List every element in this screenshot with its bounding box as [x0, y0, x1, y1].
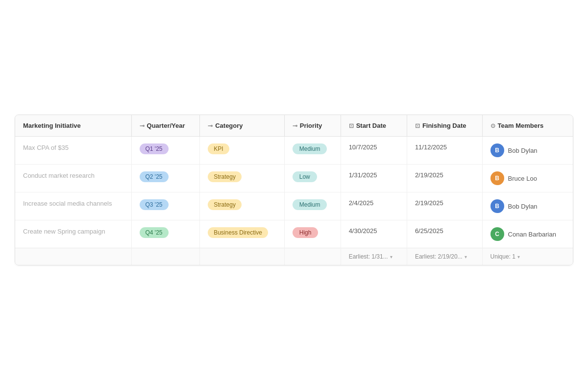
cell-start-date-2: 2/4/2025	[341, 192, 407, 220]
link-icon-priority: ⊸	[293, 122, 297, 129]
cell-quarter-3: Q4 '25	[131, 220, 200, 248]
table-row: Max CPA of $35 Q1 '25 KPI Medium 10/7/20…	[15, 137, 573, 165]
cell-initiative-2: Increase social media channels	[15, 192, 131, 220]
link-icon-quarter: ⊸	[140, 122, 145, 129]
avatar-1: B	[490, 171, 504, 185]
footer-start-summary: Earliest: 1/31...	[349, 253, 388, 260]
footer-category	[200, 248, 285, 265]
category-badge-1: Strategy	[208, 171, 242, 182]
finishing-date-value-2: 2/19/2025	[415, 199, 443, 207]
table-row: Increase social media channels Q3 '25 St…	[15, 192, 573, 220]
col-header-team-members: ⊙Team Members	[482, 115, 573, 137]
initiative-text-1: Conduct market research	[23, 171, 123, 180]
avatar-2: B	[490, 199, 504, 213]
member-name-2: Bob Dylan	[508, 203, 538, 210]
cell-priority-1: Low	[284, 165, 341, 192]
priority-badge-3: High	[293, 227, 318, 238]
cell-team-member-2: B Bob Dylan	[482, 192, 573, 220]
footer-finishing-date[interactable]: Earliest: 2/19/20... ▾	[407, 248, 482, 265]
footer-priority	[284, 248, 341, 265]
col-header-finishing-date: ⊡Finishing Date	[407, 115, 482, 137]
member-name-0: Bob Dylan	[508, 147, 538, 154]
cell-start-date-1: 1/31/2025	[341, 165, 407, 192]
col-header-category: ⊸Category	[200, 115, 285, 137]
col-header-priority: ⊸Priority	[284, 115, 341, 137]
member-name-3: Conan Barbarian	[508, 231, 556, 238]
finishing-date-value-3: 6/25/2025	[415, 227, 443, 235]
cell-category-2: Strategy	[200, 192, 285, 220]
cell-finishing-date-1: 2/19/2025	[407, 165, 482, 192]
cell-quarter-0: Q1 '25	[131, 137, 200, 165]
finishing-date-value-0: 11/12/2025	[415, 143, 447, 151]
col-header-initiative: Marketing Initiative	[15, 115, 131, 137]
footer-start-date[interactable]: Earliest: 1/31... ▾	[341, 248, 407, 265]
priority-badge-2: Medium	[293, 199, 327, 210]
cell-priority-3: High	[284, 220, 341, 248]
start-date-value-1: 1/31/2025	[349, 171, 377, 179]
cell-category-0: KPI	[200, 137, 285, 165]
priority-badge-1: Low	[293, 171, 317, 182]
cell-team-member-3: C Conan Barbarian	[482, 220, 573, 248]
cell-initiative-0: Max CPA of $35	[15, 137, 131, 165]
start-date-value-3: 4/30/2025	[349, 227, 377, 235]
start-date-value-0: 10/7/2025	[349, 143, 377, 151]
category-badge-0: KPI	[208, 143, 229, 154]
table-row: Conduct market research Q2 '25 Strategy …	[15, 165, 573, 192]
cell-category-1: Strategy	[200, 165, 285, 192]
category-badge-2: Strategy	[208, 199, 242, 210]
cell-team-member-0: B Bob Dylan	[482, 137, 573, 165]
calendar-icon-finish: ⊡	[415, 122, 420, 129]
chevron-down-icon-start: ▾	[390, 254, 392, 260]
start-date-value-2: 2/4/2025	[349, 199, 374, 207]
cell-quarter-1: Q2 '25	[131, 165, 200, 192]
quarter-badge-0: Q1 '25	[140, 143, 169, 154]
marketing-table: Marketing Initiative ⊸Quarter/Year ⊸Cate…	[15, 115, 573, 265]
avatar-0: B	[490, 143, 504, 157]
cell-finishing-date-0: 11/12/2025	[407, 137, 482, 165]
quarter-badge-3: Q4 '25	[140, 227, 169, 238]
chevron-down-icon-members: ▾	[517, 254, 520, 260]
person-icon-members: ⊙	[490, 122, 495, 129]
table-header-row: Marketing Initiative ⊸Quarter/Year ⊸Cate…	[15, 115, 573, 137]
cell-team-member-1: B Bruce Loo	[482, 165, 573, 192]
cell-priority-2: Medium	[284, 192, 341, 220]
initiative-text-0: Max CPA of $35	[23, 143, 123, 152]
finishing-date-value-1: 2/19/2025	[415, 171, 443, 179]
footer-members[interactable]: Unique: 1 ▾	[482, 248, 573, 265]
col-header-quarter: ⊸Quarter/Year	[131, 115, 200, 137]
footer-members-summary: Unique: 1	[490, 253, 515, 260]
footer-initiative	[15, 248, 131, 265]
calendar-icon-start: ⊡	[349, 122, 354, 129]
member-name-1: Bruce Loo	[508, 175, 537, 182]
chevron-down-icon-finish: ▾	[465, 254, 467, 260]
col-header-start-date: ⊡Start Date	[341, 115, 407, 137]
cell-priority-0: Medium	[284, 137, 341, 165]
cell-initiative-1: Conduct market research	[15, 165, 131, 192]
cell-finishing-date-3: 6/25/2025	[407, 220, 482, 248]
cell-finishing-date-2: 2/19/2025	[407, 192, 482, 220]
initiative-text-2: Increase social media channels	[23, 199, 123, 208]
quarter-badge-1: Q2 '25	[140, 171, 169, 182]
footer-finish-summary: Earliest: 2/19/20...	[415, 253, 463, 260]
table-footer-row: Earliest: 1/31... ▾ Earliest: 2/19/20...…	[15, 248, 573, 265]
avatar-3: C	[490, 227, 504, 241]
cell-initiative-3: Create new Spring campaign	[15, 220, 131, 248]
cell-start-date-0: 10/7/2025	[341, 137, 407, 165]
quarter-badge-2: Q3 '25	[140, 199, 169, 210]
cell-start-date-3: 4/30/2025	[341, 220, 407, 248]
table-row: Create new Spring campaign Q4 '25 Busine…	[15, 220, 573, 248]
footer-quarter	[131, 248, 200, 265]
cell-category-3: Business Directive	[200, 220, 285, 248]
cell-quarter-2: Q3 '25	[131, 192, 200, 220]
priority-badge-0: Medium	[293, 143, 327, 154]
link-icon-category: ⊸	[208, 122, 213, 129]
initiative-text-3: Create new Spring campaign	[23, 227, 123, 236]
category-badge-3: Business Directive	[208, 227, 268, 238]
